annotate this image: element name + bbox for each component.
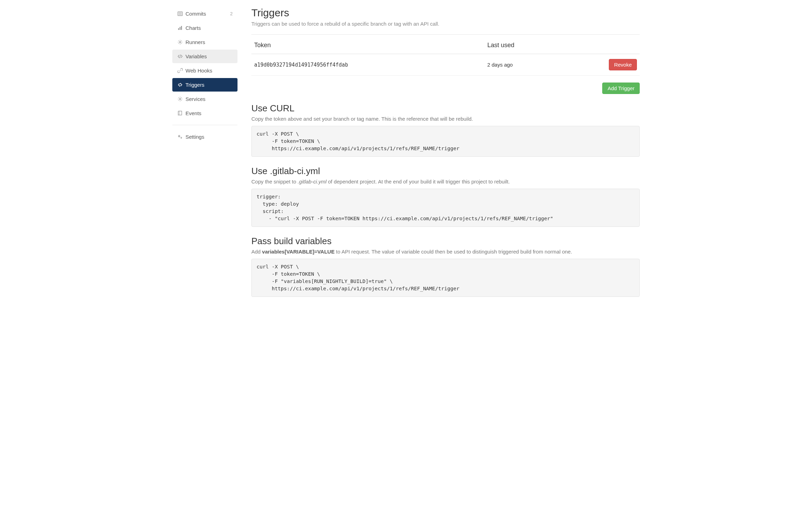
vars-desc-param: variables[VARIABLE]=VALUE <box>262 249 335 255</box>
sidebar-item-web-hooks[interactable]: Web Hooks <box>172 64 237 77</box>
yml-desc-prefix: Copy the snippet to <box>251 179 297 185</box>
sidebar-item-label: Commits <box>185 11 206 17</box>
vars-desc-suffix: to API request. The value of variable co… <box>335 249 572 255</box>
yml-description: Copy the snippet to .gitlab-ci.yml of de… <box>251 179 640 185</box>
triggers-table: Token Last used a19d0b9327194d149174956f… <box>251 37 640 76</box>
vars-desc-prefix: Add <box>251 249 262 255</box>
sidebar-item-label: Triggers <box>185 82 204 88</box>
book-icon <box>177 111 183 116</box>
list-icon <box>177 11 183 16</box>
sidebar: Commits2ChartsRunnersVariablesWeb HooksT… <box>167 7 240 311</box>
yml-heading: Use .gitlab-ci.yml <box>251 166 640 177</box>
sidebar-item-label: Events <box>185 110 201 116</box>
sidebar-item-label: Charts <box>185 25 201 31</box>
actions-cell: Revoke <box>561 54 640 76</box>
link-icon <box>177 68 183 73</box>
sidebar-item-label: Settings <box>185 134 204 140</box>
col-actions <box>561 37 640 54</box>
vars-description: Add variables[VARIABLE]=VALUE to API req… <box>251 249 640 255</box>
sidebar-item-label: Runners <box>185 39 205 45</box>
sidebar-item-runners[interactable]: Runners <box>172 35 237 49</box>
curl-description: Copy the token above and set your branch… <box>251 116 640 122</box>
gear-icon <box>177 40 183 45</box>
sidebar-item-services[interactable]: Services <box>172 92 237 106</box>
sidebar-item-variables[interactable]: Variables <box>172 50 237 63</box>
retweet-icon <box>177 82 183 87</box>
curl-code-block: curl -X POST \ -F token=TOKEN \ https://… <box>251 126 640 157</box>
sidebar-item-commits[interactable]: Commits2 <box>172 7 237 20</box>
yml-desc-filename: .gitlab-ci.yml <box>297 179 326 185</box>
vars-code-block: curl -X POST \ -F token=TOKEN \ -F "vari… <box>251 259 640 297</box>
sidebar-item-charts[interactable]: Charts <box>172 21 237 35</box>
sidebar-item-events[interactable]: Events <box>172 106 237 120</box>
last-used-cell: 2 days ago <box>485 54 561 76</box>
sidebar-item-label: Variables <box>185 53 207 59</box>
code-icon <box>177 54 183 59</box>
curl-heading: Use CURL <box>251 103 640 114</box>
vars-heading: Pass build variables <box>251 236 640 247</box>
table-row: a19d0b9327194d149174956ff4fdab2 days ago… <box>251 54 640 76</box>
main-content: Triggers Triggers can be used to force a… <box>240 7 645 311</box>
sidebar-item-label: Services <box>185 96 206 102</box>
sidebar-item-label: Web Hooks <box>185 68 212 74</box>
sidebar-item-badge: 2 <box>230 11 233 16</box>
revoke-button[interactable]: Revoke <box>609 59 637 70</box>
chart-icon <box>177 25 183 31</box>
sidebar-divider <box>172 125 237 125</box>
yml-desc-suffix: of dependent project. At the end of your… <box>327 179 510 185</box>
page-title: Triggers <box>251 7 640 19</box>
sidebar-item-triggers[interactable]: Triggers <box>172 78 237 92</box>
add-trigger-button[interactable]: Add Trigger <box>602 83 640 94</box>
divider <box>251 34 640 35</box>
col-last-used: Last used <box>485 37 561 54</box>
page-subtitle: Triggers can be used to force a rebuild … <box>251 21 640 27</box>
yml-code-block: trigger: type: deploy script: - "curl -X… <box>251 189 640 227</box>
gears-icon <box>177 134 183 139</box>
gear-icon <box>177 96 183 102</box>
token-cell: a19d0b9327194d149174956ff4fdab <box>251 54 485 76</box>
col-token: Token <box>251 37 485 54</box>
sidebar-item-settings[interactable]: Settings <box>172 130 237 144</box>
